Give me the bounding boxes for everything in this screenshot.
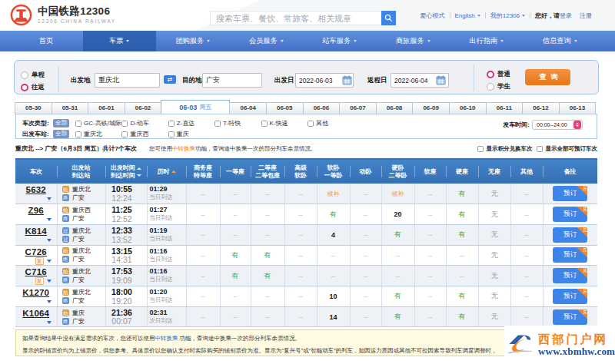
column-header-软座[interactable]: 软座 (414, 159, 446, 184)
book-button[interactable]: 预订兑 (553, 186, 587, 201)
seat-availability: 4 (331, 231, 335, 239)
column-header-软卧-一等卧[interactable]: 软卧一等卧 (317, 159, 350, 184)
column-header-动卧[interactable]: 动卧 (350, 159, 381, 184)
filter-train-type-T-特快[interactable]: T-特快 (214, 119, 241, 127)
date-tab-06-03[interactable]: 06-03周五 (161, 100, 230, 114)
column-header-车次[interactable]: 车次 (15, 159, 57, 184)
train-number-link[interactable]: C726 (25, 247, 47, 256)
expand-train-icon[interactable] (47, 218, 52, 221)
date-tab-06-10[interactable]: 06-10 (449, 102, 487, 114)
column-header-商务座-特等座[interactable]: 商务座特等座 (186, 159, 220, 184)
search-button[interactable] (381, 11, 396, 25)
date-tab-06-06[interactable]: 06-06 (303, 102, 341, 114)
book-button[interactable]: 预订兑 (553, 309, 587, 325)
calendar-icon[interactable] (436, 75, 446, 85)
date-tab-05-31[interactable]: 05-31 (52, 102, 89, 114)
column-header-出发站-到达站[interactable]: 出发站到达站 (57, 159, 105, 184)
search-input[interactable] (210, 11, 381, 25)
logo[interactable]: 中国铁路12306 12306 CHINA RAILWAY (9, 3, 116, 27)
date-tab-06-12[interactable]: 06-12 (522, 102, 560, 114)
filter-train-type-K-快速[interactable]: K-快速 (261, 119, 288, 127)
nav-item-1[interactable]: 首页 (9, 31, 83, 51)
train-number-link[interactable]: K1064 (22, 309, 49, 318)
calendar-icon[interactable] (342, 75, 352, 85)
book-button[interactable]: 预订兑 (553, 289, 587, 304)
column-header-一等座[interactable]: 一等座 (220, 159, 251, 184)
train-type-all-badge[interactable]: 全部 (53, 119, 69, 127)
train-number-link[interactable]: 5632 (26, 185, 46, 194)
station-all-badge[interactable]: 全部 (53, 130, 69, 138)
date-tab-06-09[interactable]: 06-09 (412, 102, 450, 114)
train-number-link[interactable]: K1270 (22, 288, 49, 297)
trip-oneway-radio[interactable]: 单程 (21, 71, 45, 80)
train-number-link[interactable]: K814 (25, 227, 47, 236)
train-number-link[interactable]: Z96 (28, 206, 44, 215)
depart-time-select[interactable]: 00:00--24:00 (532, 120, 583, 130)
column-header-高级-软卧[interactable]: 高级软卧 (284, 159, 317, 184)
nav-item-6[interactable]: 商旅服务 (377, 31, 450, 51)
expand-train-icon[interactable] (47, 197, 52, 200)
to-station-input[interactable] (202, 73, 262, 88)
expand-train-icon[interactable] (47, 280, 52, 283)
column-header-二等座-二等包座[interactable]: 二等座二等包座 (251, 159, 284, 184)
filter-station-重庆北[interactable]: 重庆北 (75, 130, 102, 138)
swap-stations-button[interactable]: ⇄ (164, 75, 176, 84)
show-bookable-trains-checkbox[interactable]: 显示全部可预订车次 (537, 145, 598, 153)
column-header-备注[interactable]: 备注 (543, 159, 597, 184)
column-header-硬卧-二等卧[interactable]: 硬卧二等卧 (381, 159, 414, 184)
query-button[interactable]: 查询 (525, 69, 570, 85)
sort-asc-icon[interactable] (137, 167, 141, 170)
column-header-出发时间-到达时间[interactable]: 出发时间到达时间 (105, 159, 147, 184)
care-mode-link[interactable]: 爱心模式 (421, 12, 445, 20)
trip-roundtrip-radio[interactable]: 往返 (21, 83, 45, 92)
column-header-历时[interactable]: 历时 (147, 159, 186, 184)
transfer-link[interactable]: 中转换乘 (155, 335, 178, 342)
nav-item-3[interactable]: 团购服务 (156, 31, 230, 51)
sort-desc-icon[interactable] (137, 174, 141, 177)
column-header-硬座[interactable]: 硬座 (446, 159, 478, 184)
book-button[interactable]: 预订兑 (553, 268, 587, 283)
stations-cell: 始重庆西终广安 (57, 204, 105, 225)
filter-train-type-D-动车[interactable]: D-动车 (121, 119, 148, 127)
train-number-link[interactable]: C716 (25, 267, 47, 276)
nav-item-2[interactable]: 车票 (83, 31, 157, 51)
filter-train-type-其他[interactable]: 其他 (308, 119, 328, 127)
register-link[interactable]: 注册 (580, 12, 592, 20)
nav-item-7[interactable]: 出行指南 (450, 31, 524, 51)
passenger-normal-radio[interactable]: 普通 (487, 70, 510, 79)
expand-train-icon[interactable] (47, 300, 52, 303)
book-button[interactable]: 预订兑 (553, 247, 587, 263)
date-tab-06-08[interactable]: 06-08 (376, 102, 414, 114)
date-tab-06-07[interactable]: 06-07 (339, 102, 377, 114)
filter-station-重庆西[interactable]: 重庆西 (121, 130, 148, 138)
filter-train-type-GC-高铁/城际[interactable]: GC-高铁/城际 (75, 119, 121, 127)
passenger-student-radio[interactable]: 学生 (487, 82, 510, 91)
expand-train-icon[interactable] (47, 321, 52, 324)
language-link[interactable]: English (455, 12, 480, 19)
my-12306-link[interactable]: 我的12306 (490, 12, 525, 20)
column-header-其他[interactable]: 其他 (510, 159, 543, 184)
login-link[interactable]: 登录 (560, 12, 572, 20)
date-tab-05-30[interactable]: 05-30 (15, 102, 52, 114)
nav-item-5[interactable]: 站车服务 (303, 31, 377, 51)
date-tab-06-13[interactable]: 06-13 (559, 102, 597, 114)
show-points-trains-checkbox[interactable]: 显示积分兑换车次 (477, 145, 533, 153)
expand-train-icon[interactable] (47, 260, 52, 263)
filter-station-重庆[interactable]: 重庆 (168, 130, 189, 138)
depart-time-filter: 发车时间: 00:00--24:00 (503, 120, 583, 130)
date-tab-06-11[interactable]: 06-11 (486, 102, 524, 114)
date-tab-06-01[interactable]: 06-01 (88, 102, 125, 114)
expand-train-icon[interactable] (47, 239, 52, 242)
date-tab-06-04[interactable]: 06-04 (229, 102, 267, 114)
date-tab-06-05[interactable]: 06-05 (266, 102, 304, 114)
book-button[interactable]: 预订兑 (553, 227, 587, 243)
date-tab-06-02[interactable]: 06-02 (125, 102, 162, 114)
from-station-input[interactable] (95, 73, 160, 88)
sort-asc-icon[interactable] (171, 170, 176, 173)
column-header-无座[interactable]: 无座 (478, 159, 510, 184)
transfer-link[interactable]: 中转换乘 (172, 145, 195, 152)
filter-train-type-Z-直达[interactable]: Z-直达 (168, 119, 195, 127)
nav-item-4[interactable]: 会员服务 (230, 31, 304, 51)
nav-item-8[interactable]: 信息查询 (524, 31, 597, 51)
book-button[interactable]: 预订兑 (553, 207, 587, 222)
